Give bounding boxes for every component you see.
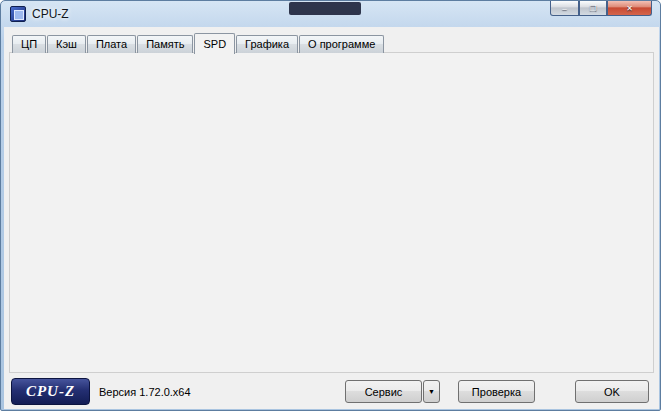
cpuz-logo-text: CPU-Z <box>26 383 75 400</box>
cpuz-window: CPU-Z – ❐ ✕ ЦП Кэш Плата Память SPD Граф… <box>0 0 661 411</box>
tab-cpu[interactable]: ЦП <box>12 35 46 53</box>
tab-cache[interactable]: Кэш <box>47 35 86 53</box>
minimize-icon: – <box>562 4 566 13</box>
app-icon <box>10 6 26 22</box>
close-button[interactable]: ✕ <box>607 1 652 16</box>
tab-spd[interactable]: SPD <box>194 33 235 54</box>
ok-button[interactable]: OK <box>575 380 649 403</box>
chevron-down-icon: ▼ <box>428 388 435 395</box>
tools-dropdown-button[interactable]: ▼ <box>423 380 440 403</box>
window-controls: – ❐ ✕ <box>550 1 652 16</box>
validate-button[interactable]: Проверка <box>458 380 535 403</box>
tools-button[interactable]: Сервис <box>345 380 422 403</box>
version-text: Версия 1.72.0.x64 <box>99 386 191 398</box>
tab-mainboard[interactable]: Плата <box>87 35 136 53</box>
maximize-button[interactable]: ❐ <box>579 1 607 16</box>
tab-strip: ЦП Кэш Плата Память SPD Графика О програ… <box>12 33 385 53</box>
tab-memory[interactable]: Память <box>137 35 193 53</box>
minimize-button[interactable]: – <box>550 1 579 16</box>
close-icon: ✕ <box>626 4 633 13</box>
tab-graphics[interactable]: Графика <box>236 35 298 53</box>
cpuz-logo: CPU-Z <box>11 378 90 405</box>
spd-tab-page <box>9 52 654 373</box>
maximize-icon: ❐ <box>589 4 596 13</box>
titlebar-artifact <box>289 2 361 15</box>
window-title: CPU-Z <box>32 7 69 21</box>
tab-about[interactable]: О программе <box>299 35 384 53</box>
